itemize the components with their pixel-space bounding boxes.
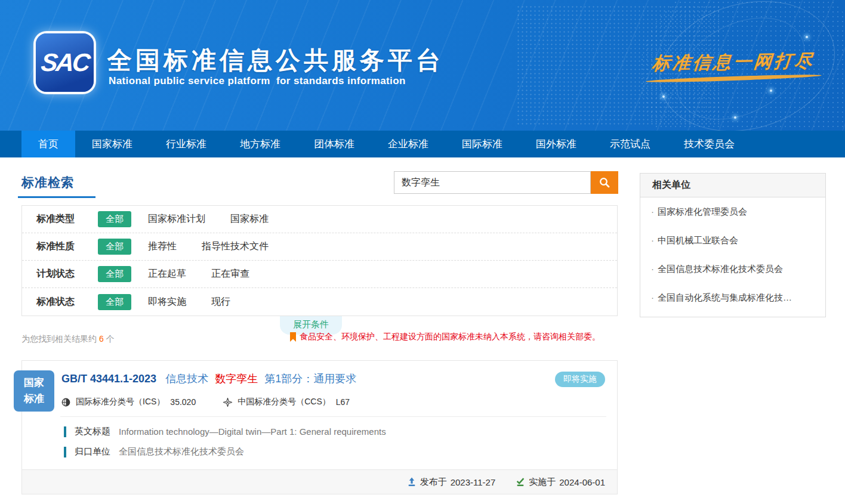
nav-tab-technical-committee[interactable]: 技术委员会 xyxy=(667,131,751,157)
classification-row: 国际标准分类号（ICS） 35.020 中国标准分类号（CCS） L67 xyxy=(22,397,617,407)
sidebar-padding xyxy=(640,312,825,317)
sparkle-dot xyxy=(806,36,808,38)
filter-option[interactable]: 正在审查 xyxy=(211,268,249,280)
status-badge: 即将实施 xyxy=(555,372,605,387)
standard-title[interactable]: GB/T 43441.1-2023 信息技术 数字孪生 第1部分：通用要求 xyxy=(61,372,555,386)
sidebar-item-it-standardization[interactable]: ·全国信息技术标准化技术委员会 xyxy=(640,255,825,283)
slogan-text: 标准信息一网打尽 xyxy=(651,49,816,76)
result-count-number: 6 xyxy=(99,334,104,344)
related-units-title: 相关单位 xyxy=(640,174,825,197)
english-title-row: 英文标题 Information technology—Digital twin… xyxy=(64,426,617,437)
publish-date-item: 发布于 2023-11-27 xyxy=(407,477,496,488)
implement-date: 2024-06-01 xyxy=(559,477,605,487)
committee-label: 归口单位 xyxy=(75,446,110,457)
card-head: GB/T 43441.1-2023 信息技术 数字孪生 第1部分：通用要求 即将… xyxy=(22,361,617,387)
bullet: · xyxy=(651,206,654,217)
ccs-label: 中国标准分类号（CCS） xyxy=(238,397,331,407)
divider xyxy=(60,416,606,417)
filter-label: 标准类型 xyxy=(36,213,98,225)
filter-all-button[interactable]: 全部 xyxy=(98,266,131,282)
implement-label: 实施于 xyxy=(529,477,556,488)
publish-label: 发布于 xyxy=(420,477,447,488)
filter-panel: 标准类型 全部 国家标准计划 国家标准 标准性质 全部 推荐性 指导性技术文件 … xyxy=(21,205,618,316)
search-button[interactable] xyxy=(591,171,618,194)
ics-value: 35.020 xyxy=(170,397,196,407)
committee-value: 全国信息技术标准化技术委员会 xyxy=(119,446,244,457)
nav-tab-industry-standards[interactable]: 行业标准 xyxy=(149,131,223,157)
ccs-value: L67 xyxy=(336,397,350,407)
compass-icon xyxy=(223,398,232,407)
nav-tab-local-standards[interactable]: 地方标准 xyxy=(223,131,297,157)
nav-tab-home[interactable]: 首页 xyxy=(21,131,75,157)
filter-row-standard-type: 标准类型 全部 国家标准计划 国家标准 xyxy=(22,206,617,233)
nav-tab-group-standards[interactable]: 团体标准 xyxy=(297,131,371,157)
filter-row-plan-status: 计划状态 全部 正在起草 正在审查 xyxy=(22,261,617,288)
nav-tab-foreign-standards[interactable]: 国外标准 xyxy=(519,131,593,157)
nav-tab-enterprise-standards[interactable]: 企业标准 xyxy=(371,131,445,157)
sparkle-dot xyxy=(734,116,736,119)
sac-logo-text: SAC xyxy=(39,48,90,77)
standard-code-link[interactable]: GB/T 43441.1-2023 xyxy=(61,373,156,385)
filter-label: 标准性质 xyxy=(36,240,98,253)
search-input[interactable] xyxy=(394,171,591,194)
implement-date-item: 实施于 2024-06-01 xyxy=(516,477,605,488)
filter-option[interactable]: 正在起草 xyxy=(148,268,186,280)
filter-option[interactable]: 即将实施 xyxy=(148,296,186,308)
nav-tab-international-standards[interactable]: 国际标准 xyxy=(445,131,519,157)
filter-all-button[interactable]: 全部 xyxy=(98,294,131,310)
result-card: 国家 标准 GB/T 43441.1-2023 信息技术 数字孪生 第1部分：通… xyxy=(21,360,618,494)
search-bar xyxy=(394,171,618,194)
filter-all-button[interactable]: 全部 xyxy=(98,211,131,227)
globe-icon xyxy=(61,398,70,407)
sidebar-item-automation-systems[interactable]: ·全国自动化系统与集成标准化技… xyxy=(640,283,825,312)
result-count-suffix: 个 xyxy=(106,334,115,344)
filter-option[interactable]: 推荐性 xyxy=(148,240,177,253)
sidebar-item-sac[interactable]: ·国家标准化管理委员会 xyxy=(640,197,825,226)
result-count: 为您找到相关结果约6个 xyxy=(21,334,115,345)
standard-title-part2[interactable]: 第1部分：通用要求 xyxy=(264,373,356,385)
sidebar-item-label: 全国自动化系统与集成标准化技… xyxy=(658,292,792,302)
nav-tab-national-standards[interactable]: 国家标准 xyxy=(75,131,149,157)
filter-label: 标准状态 xyxy=(36,296,98,308)
committee-row: 归口单位 全国信息技术标准化技术委员会 xyxy=(64,446,617,457)
upload-icon xyxy=(407,477,417,487)
ics-label: 国际标准分类号（ICS） xyxy=(76,397,165,407)
english-title-value: Information technology—Digital twin—Part… xyxy=(119,426,386,437)
system-notice: 食品安全、环境保护、工程建设方面的国家标准未纳入本系统，请咨询相关部委。 xyxy=(289,332,600,342)
main-content: 标准检索 标准类型 全部 国家标准计划 国家标准 标准性质 全部 推荐性 指导性… xyxy=(0,157,845,504)
sparkle-dot xyxy=(662,95,665,98)
filter-row-standard-nature: 标准性质 全部 推荐性 指导性技术文件 xyxy=(22,233,617,261)
filter-option[interactable]: 国家标准 xyxy=(230,213,269,225)
bullet: · xyxy=(651,292,654,302)
notice-text: 食品安全、环境保护、工程建设方面的国家标准未纳入本系统，请咨询相关部委。 xyxy=(300,332,600,342)
standard-title-highlight[interactable]: 数字孪生 xyxy=(215,373,258,385)
sidebar-item-label: 中国机械工业联合会 xyxy=(658,235,738,245)
bullet: · xyxy=(651,235,654,245)
bullet: · xyxy=(651,264,654,274)
filter-label: 计划状态 xyxy=(36,268,98,280)
result-count-prefix: 为您找到相关结果约 xyxy=(21,334,97,344)
check-icon xyxy=(516,477,525,487)
filter-row-standard-status: 标准状态 全部 即将实施 现行 xyxy=(22,288,617,316)
bookmark-icon xyxy=(289,332,297,342)
card-footer: 发布于 2023-11-27 实施于 2024-06-01 xyxy=(22,469,617,494)
standard-title-part1[interactable]: 信息技术 xyxy=(165,373,208,385)
teal-bar-marker xyxy=(64,426,66,437)
sidebar-item-label: 国家标准化管理委员会 xyxy=(658,206,747,217)
site-subtitle: National public service platform for sta… xyxy=(109,75,406,87)
filter-option[interactable]: 指导性技术文件 xyxy=(202,240,269,253)
sidebar-item-machinery-federation[interactable]: ·中国机械工业联合会 xyxy=(640,226,825,255)
publish-date: 2023-11-27 xyxy=(451,477,496,487)
sac-logo[interactable]: SAC xyxy=(36,33,94,92)
nav-tab-pilot[interactable]: 示范试点 xyxy=(593,131,667,157)
english-title-label: 英文标题 xyxy=(75,426,110,437)
main-nav: 首页 国家标准 行业标准 地方标准 团体标准 企业标准 国际标准 国外标准 示范… xyxy=(0,131,845,157)
badge-line1: 国家 xyxy=(24,375,44,391)
teal-bar-marker xyxy=(64,447,66,457)
related-units-panel: 相关单位 ·国家标准化管理委员会 ·中国机械工业联合会 ·全国信息技术标准化技术… xyxy=(640,173,826,317)
national-standard-badge: 国家 标准 xyxy=(14,370,54,412)
page-header: SAC 全国标准信息公共服务平台 National public service… xyxy=(0,0,845,131)
filter-all-button[interactable]: 全部 xyxy=(98,239,131,255)
filter-option[interactable]: 国家标准计划 xyxy=(148,213,205,225)
filter-option[interactable]: 现行 xyxy=(211,296,230,308)
